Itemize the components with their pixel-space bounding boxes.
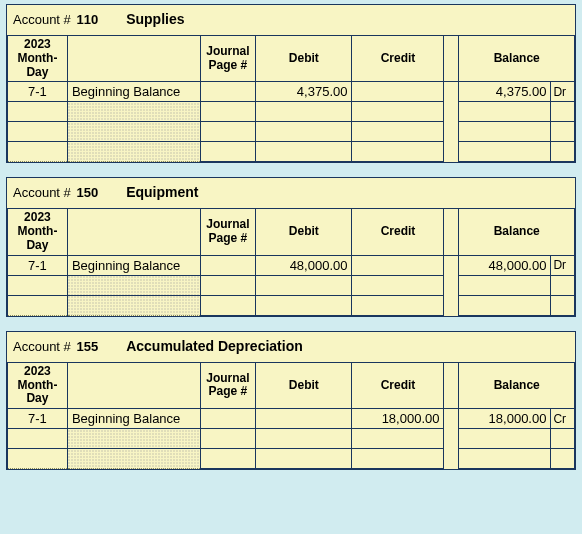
- col-journal: JournalPage #: [200, 209, 256, 255]
- col-credit: Credit: [352, 362, 444, 408]
- col-journal: JournalPage #: [200, 36, 256, 82]
- cell-date: [8, 122, 68, 142]
- cell-journal: [200, 275, 256, 295]
- cell-desc: [67, 102, 200, 122]
- account-label: Account #: [13, 185, 71, 200]
- col-desc: [67, 209, 200, 255]
- cell-desc: [67, 429, 200, 449]
- cell-date: 7-1: [8, 82, 68, 102]
- cell-desc: [67, 449, 200, 469]
- ledger-account: Account # 155Accumulated Depreciation202…: [6, 331, 576, 470]
- cell-balance: [459, 275, 551, 295]
- cell-date: [8, 275, 68, 295]
- col-date: 2023Month-Day: [8, 362, 68, 408]
- cell-gap: [444, 122, 459, 142]
- cell-balance: 48,000.00: [459, 255, 551, 275]
- cell-debit: [256, 429, 352, 449]
- account-title: Equipment: [126, 184, 198, 200]
- cell-credit: [352, 142, 444, 162]
- cell-drcr: [551, 449, 575, 469]
- cell-journal: [200, 122, 256, 142]
- cell-drcr: Dr: [551, 82, 575, 102]
- cell-desc: [67, 275, 200, 295]
- cell-date: [8, 102, 68, 122]
- cell-desc: [67, 142, 200, 162]
- cell-drcr: [551, 429, 575, 449]
- ledger-table: 2023Month-DayJournalPage #DebitCreditBal…: [7, 35, 575, 162]
- cell-journal: [200, 82, 256, 102]
- cell-drcr: [551, 102, 575, 122]
- cell-drcr: [551, 295, 575, 315]
- cell-drcr: [551, 142, 575, 162]
- ledger-table: 2023Month-DayJournalPage #DebitCreditBal…: [7, 362, 575, 469]
- account-label: Account #: [13, 12, 71, 27]
- cell-debit: [256, 275, 352, 295]
- cell-gap: [444, 449, 459, 469]
- col-gap: [444, 209, 459, 255]
- cell-credit: [352, 449, 444, 469]
- cell-debit: [256, 102, 352, 122]
- cell-date: [8, 449, 68, 469]
- cell-gap: [444, 142, 459, 162]
- cell-gap: [444, 255, 459, 275]
- cell-journal: [200, 255, 256, 275]
- cell-desc: Beginning Balance: [67, 82, 200, 102]
- cell-credit: [352, 429, 444, 449]
- table-row: 7-1Beginning Balance48,000.0048,000.00Dr: [8, 255, 575, 275]
- cell-date: [8, 429, 68, 449]
- cell-drcr: [551, 275, 575, 295]
- col-journal: JournalPage #: [200, 362, 256, 408]
- cell-balance: 4,375.00: [459, 82, 551, 102]
- table-row: [8, 122, 575, 142]
- cell-date: [8, 295, 68, 315]
- cell-journal: [200, 295, 256, 315]
- cell-balance: [459, 449, 551, 469]
- col-balance: Balance: [459, 209, 575, 255]
- col-balance: Balance: [459, 36, 575, 82]
- ledger-table: 2023Month-DayJournalPage #DebitCreditBal…: [7, 208, 575, 315]
- cell-gap: [444, 295, 459, 315]
- table-row: [8, 102, 575, 122]
- account-title: Accumulated Depreciation: [126, 338, 303, 354]
- col-desc: [67, 36, 200, 82]
- col-desc: [67, 362, 200, 408]
- cell-journal: [200, 449, 256, 469]
- cell-journal: [200, 409, 256, 429]
- cell-balance: [459, 429, 551, 449]
- table-row: [8, 275, 575, 295]
- col-credit: Credit: [352, 36, 444, 82]
- account-header: Account # 110Supplies: [7, 5, 575, 35]
- cell-gap: [444, 429, 459, 449]
- cell-balance: [459, 295, 551, 315]
- cell-desc: [67, 295, 200, 315]
- cell-date: 7-1: [8, 409, 68, 429]
- cell-debit: [256, 409, 352, 429]
- table-row: [8, 449, 575, 469]
- cell-desc: Beginning Balance: [67, 255, 200, 275]
- cell-debit: 4,375.00: [256, 82, 352, 102]
- cell-debit: 48,000.00: [256, 255, 352, 275]
- cell-credit: [352, 255, 444, 275]
- cell-credit: [352, 82, 444, 102]
- cell-debit: [256, 142, 352, 162]
- cell-date: 7-1: [8, 255, 68, 275]
- cell-desc: Beginning Balance: [67, 409, 200, 429]
- cell-journal: [200, 102, 256, 122]
- ledger-account: Account # 110Supplies2023Month-DayJourna…: [6, 4, 576, 163]
- col-gap: [444, 362, 459, 408]
- cell-journal: [200, 142, 256, 162]
- cell-desc: [67, 122, 200, 142]
- col-balance: Balance: [459, 362, 575, 408]
- account-title: Supplies: [126, 11, 184, 27]
- account-label: Account #: [13, 339, 71, 354]
- account-number: 155: [76, 339, 98, 354]
- cell-drcr: Dr: [551, 255, 575, 275]
- cell-credit: [352, 275, 444, 295]
- col-credit: Credit: [352, 209, 444, 255]
- account-header: Account # 155Accumulated Depreciation: [7, 332, 575, 362]
- account-number: 150: [76, 185, 98, 200]
- cell-credit: [352, 122, 444, 142]
- account-number: 110: [76, 12, 98, 27]
- cell-debit: [256, 122, 352, 142]
- cell-balance: 18,000.00: [459, 409, 551, 429]
